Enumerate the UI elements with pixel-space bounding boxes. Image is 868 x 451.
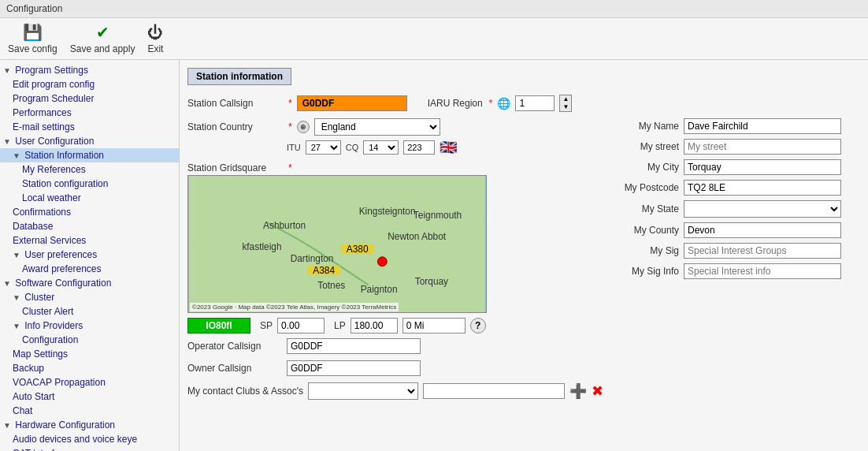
sidebar-item-info-configuration[interactable]: Configuration [0,333,179,347]
add-contact-button[interactable]: ➕ [569,382,587,400]
sidebar-item-software-configuration[interactable]: ▼ Software Configuration [0,276,179,290]
callsign-row: Station Callsign * IARU Region * 🌐 ▲ ▼ [187,95,603,112]
callsign-input[interactable] [297,95,407,111]
title-bar: Configuration [0,0,868,18]
my-sig-input[interactable] [684,243,841,259]
sidebar-item-user-preferences[interactable]: ▼ User preferences [0,248,179,262]
my-sig-label: My Sig [616,245,679,256]
operator-callsign-label: Operator Callsign [187,341,282,352]
sidebar-label-email-settings: E-mail settings [13,121,75,132]
gridsquare-label: Station Gridsquare [187,162,282,173]
sidebar-item-audio-devices[interactable]: Audio devices and voice keye [0,432,179,446]
sidebar-item-edit-program-config[interactable]: Edit program config [0,77,179,91]
gridsquare-label-row: Station Gridsquare * [187,162,603,173]
my-state-select[interactable] [684,200,841,218]
sidebar-item-email-settings[interactable]: E-mail settings [0,120,179,134]
gridsquare-value-row: IO80fl SP LP ? [187,318,603,334]
help-button[interactable]: ? [470,318,486,334]
map-container[interactable]: A380 A384 Ashburton kfastleigh Dartingto… [187,175,487,313]
save-config-button[interactable]: 💾 Save config [8,23,57,54]
cq-label: CQ [346,143,359,152]
contacts-input[interactable] [423,383,565,399]
sidebar-label-award-preferences: Award preferences [22,263,102,274]
lp-input[interactable] [351,318,398,334]
sidebar-item-backup[interactable]: Backup [0,361,179,375]
my-postcode-label: My Postcode [616,182,679,193]
svg-text:Paignton: Paignton [361,284,398,295]
sidebar-item-station-information[interactable]: ▼ Station Information [0,148,179,162]
window-title: Configuration [6,3,62,14]
my-city-input[interactable] [684,159,841,175]
sidebar-item-local-weather[interactable]: Local weather [0,191,179,205]
sidebar-item-cat-interface[interactable]: CAT interface [0,446,179,451]
sidebar-item-cluster[interactable]: ▼ Cluster [0,290,179,304]
sidebar-item-program-settings[interactable]: ▼ Program Settings [0,63,179,77]
sidebar-label-auto-start: Auto Start [13,391,54,402]
my-sig-info-input[interactable] [684,263,841,279]
owner-callsign-input[interactable] [287,360,421,376]
sidebar-item-cluster-alert[interactable]: Cluster Alert [0,304,179,319]
sidebar-label-chat: Chat [13,405,32,416]
svg-text:Dartington: Dartington [291,253,334,264]
gridsquare-box: IO80fl [187,318,250,334]
sp-label: SP [260,320,273,331]
operator-callsign-input[interactable] [287,338,421,354]
sidebar-item-auto-start[interactable]: Auto Start [0,390,179,404]
my-street-input[interactable] [684,139,841,155]
sidebar-item-map-settings[interactable]: Map Settings [0,347,179,361]
svg-text:A384: A384 [313,265,335,276]
sidebar-label-program-settings: Program Settings [15,65,88,76]
cq-select[interactable]: 14 [363,140,399,155]
contacts-select[interactable] [308,382,418,400]
sidebar-item-voacap[interactable]: VOACAP Propagation [0,375,179,390]
sidebar-item-database[interactable]: Database [0,219,179,233]
sidebar-label-info-providers: Info Providers [24,320,83,331]
save-and-apply-button[interactable]: ✔ Save and apply [70,23,135,54]
save-icon: 💾 [23,23,43,42]
my-postcode-input[interactable] [684,180,841,196]
itu-row: ITU 27 CQ 14 🇬🇧 [187,139,603,156]
iaru-spinner[interactable]: ▲ ▼ [559,95,572,112]
my-sig-row: My Sig [616,243,860,259]
sidebar-item-performances[interactable]: Performances [0,106,179,120]
mi-input[interactable] [402,318,466,334]
section-title: Station information [187,68,291,85]
iaru-up[interactable]: ▲ [560,95,571,103]
my-name-input[interactable] [684,118,841,134]
sidebar-label-map-settings: Map Settings [13,348,68,360]
my-name-label: My Name [616,121,679,132]
my-county-label: My County [616,225,679,236]
sidebar-item-hardware-configuration[interactable]: ▼ Hardware Configuration [0,418,179,432]
iaru-input[interactable] [515,95,555,111]
expand-icon-hardware: ▼ [3,421,11,430]
map-svg: A380 A384 Ashburton kfastleigh Dartingto… [188,176,486,312]
my-county-row: My County [616,222,860,238]
my-county-input[interactable] [684,222,841,238]
toolbar: 💾 Save config ✔ Save and apply ⏻ Exit [0,18,868,60]
sidebar-item-award-preferences[interactable]: Award preferences [0,262,179,276]
itu-select[interactable]: 27 [306,140,341,155]
sidebar-item-program-scheduler[interactable]: Program Scheduler [0,91,179,106]
sidebar-item-chat[interactable]: Chat [0,404,179,418]
sidebar-label-user-preferences: User preferences [24,249,97,260]
country-required: * [288,121,292,132]
delete-contact-button[interactable]: ✖ [592,382,603,400]
my-street-label: My street [616,141,679,152]
sidebar-item-confirmations[interactable]: Confirmations [0,205,179,219]
exit-button[interactable]: ⏻ Exit [147,24,163,54]
sidebar-label-audio-devices: Audio devices and voice keye [13,434,137,445]
country-select[interactable]: England [314,118,440,136]
sidebar-item-my-references[interactable]: My References [0,162,179,177]
expand-icon-prefs: ▼ [13,251,20,259]
sidebar-item-user-configuration[interactable]: ▼ User Configuration [0,134,179,148]
zone-input[interactable] [403,140,435,155]
sidebar-item-info-providers[interactable]: ▼ Info Providers [0,319,179,333]
sidebar-item-station-configuration[interactable]: Station configuration [0,177,179,191]
iaru-down[interactable]: ▼ [560,103,571,111]
sidebar-item-external-services[interactable]: External Services [0,233,179,248]
sp-input[interactable] [277,318,325,334]
sidebar-label-cluster: Cluster [24,292,54,303]
gridsquare-required: * [288,162,292,173]
svg-point-16 [377,257,387,266]
sidebar-label-performances: Performances [13,107,72,118]
